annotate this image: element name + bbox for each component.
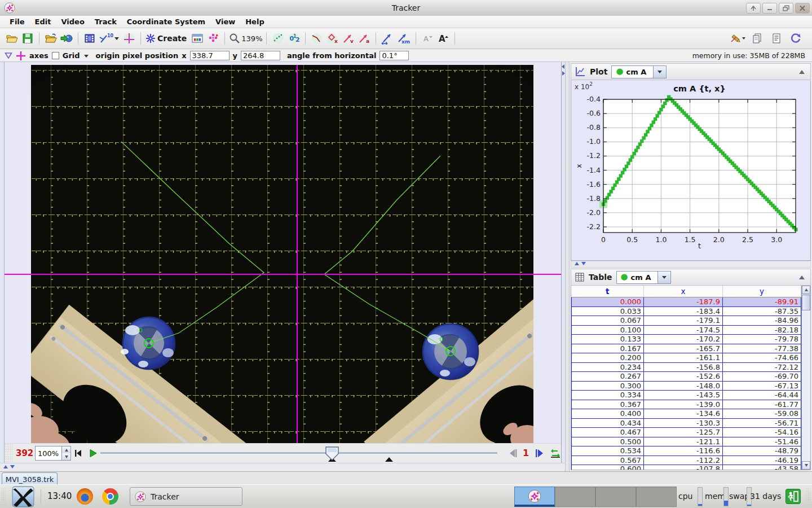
- center-of-mass-icon[interactable]: xm: [396, 31, 412, 46]
- data-point[interactable]: [611, 187, 615, 190]
- shade-button[interactable]: [746, 3, 761, 14]
- table-cell[interactable]: 0.500: [572, 437, 644, 446]
- restore-button[interactable]: [779, 3, 793, 14]
- labels-icon[interactable]: 012: [286, 31, 301, 46]
- open-icon[interactable]: [5, 31, 19, 46]
- table-cell[interactable]: -130.3: [644, 418, 723, 428]
- table-cell[interactable]: -59.08: [723, 409, 801, 419]
- table-cell[interactable]: -183.4: [644, 306, 723, 316]
- table-cell[interactable]: -69.70: [723, 372, 801, 382]
- table-cell[interactable]: -67.13: [723, 381, 801, 391]
- table-cell[interactable]: 0.033: [572, 306, 644, 316]
- table-cell[interactable]: -112.2: [644, 456, 723, 465]
- data-point[interactable]: [642, 136, 645, 139]
- column-header-y[interactable]: y: [723, 286, 801, 297]
- table-row[interactable]: 0.367-139.0-61.77: [572, 400, 801, 409]
- angle-input[interactable]: [379, 51, 409, 60]
- track-control-icon[interactable]: [190, 31, 205, 46]
- table-cell[interactable]: -143.5: [644, 391, 723, 400]
- calibration-tools-icon[interactable]: 10: [98, 31, 121, 46]
- data-point[interactable]: [663, 102, 667, 105]
- table-cell[interactable]: 0.234: [572, 362, 644, 372]
- path-icon[interactable]: [310, 31, 324, 46]
- import-data-icon[interactable]: [59, 31, 74, 46]
- table-row[interactable]: 0.500-121.1-51.46: [572, 437, 801, 446]
- velocity-icon[interactable]: v: [341, 31, 356, 46]
- workspace-4[interactable]: [636, 487, 677, 507]
- table-row[interactable]: 0.434-130.3-56.71: [572, 418, 801, 428]
- position-icon[interactable]: x: [325, 31, 340, 46]
- grid-checkbox[interactable]: [52, 52, 59, 59]
- table-cell[interactable]: -46.19: [723, 456, 801, 465]
- data-point[interactable]: [648, 127, 651, 130]
- table-cell[interactable]: -165.7: [644, 344, 723, 353]
- tab-mvi-3058[interactable]: MVI_3058.trk: [2, 472, 58, 485]
- table-cell[interactable]: -174.5: [644, 325, 723, 335]
- plot-track-dropdown-icon[interactable]: [653, 66, 666, 78]
- data-point[interactable]: [632, 152, 636, 155]
- clock[interactable]: 13:40: [47, 491, 72, 501]
- table-cell[interactable]: -179.1: [644, 316, 723, 326]
- taskbar-window-button[interactable]: Tracker: [130, 487, 242, 506]
- data-point[interactable]: [606, 196, 609, 199]
- origin-x-input[interactable]: [190, 51, 230, 60]
- table-cell[interactable]: -170.2: [644, 335, 723, 344]
- collapse-left-icon[interactable]: [562, 64, 564, 69]
- scroll-down-button[interactable]: [802, 461, 810, 470]
- font-bigger-button[interactable]: A: [436, 31, 451, 46]
- bottom-divider[interactable]: [0, 463, 565, 471]
- copy-image-icon[interactable]: [750, 31, 765, 46]
- table-row[interactable]: 0.000-187.9-89.91: [572, 297, 801, 307]
- logout-icon[interactable]: [785, 489, 801, 504]
- table-cell[interactable]: -51.46: [723, 437, 801, 446]
- data-point[interactable]: [626, 161, 630, 165]
- table-cell[interactable]: -82.18: [723, 325, 801, 335]
- table-row[interactable]: 0.133-170.2-79.78: [572, 335, 801, 344]
- table-cell[interactable]: -187.9: [644, 297, 723, 307]
- table-cell[interactable]: 0.434: [572, 418, 644, 428]
- table-cell[interactable]: -43.58: [723, 465, 801, 471]
- out-point-marker[interactable]: [385, 457, 393, 462]
- column-header-t[interactable]: t: [572, 286, 644, 297]
- data-point[interactable]: [661, 104, 665, 108]
- right-edge-strip[interactable]: [561, 62, 565, 463]
- acceleration-icon[interactable]: a: [357, 31, 372, 46]
- table-row[interactable]: 0.300-148.0-67.13: [572, 381, 801, 391]
- table-cell[interactable]: 0.100: [572, 325, 644, 335]
- menu-file[interactable]: File: [5, 17, 30, 26]
- table-cell[interactable]: -121.1: [644, 437, 723, 446]
- table-cell[interactable]: -139.0: [644, 400, 723, 409]
- table-cell[interactable]: -79.78: [723, 335, 801, 344]
- table-scrollbar[interactable]: [801, 286, 811, 470]
- table-cell[interactable]: 0.367: [572, 400, 644, 409]
- minimize-button[interactable]: [762, 3, 777, 14]
- table-cell[interactable]: 0.200: [572, 353, 644, 363]
- table-cell[interactable]: 0.567: [572, 456, 644, 465]
- data-point[interactable]: [650, 124, 653, 127]
- table-row[interactable]: 0.234-156.8-72.12: [572, 362, 801, 372]
- data-point[interactable]: [638, 142, 642, 146]
- step-back-button[interactable]: [508, 449, 518, 458]
- table-collapse-button[interactable]: [797, 272, 807, 282]
- table-row[interactable]: 0.200-161.1-74.66: [572, 353, 801, 363]
- data-point[interactable]: [657, 111, 661, 115]
- table-cell[interactable]: 0.133: [572, 335, 644, 344]
- table-cell[interactable]: -84.96: [723, 316, 801, 326]
- table-row[interactable]: 0.567-112.2-46.19: [572, 456, 801, 465]
- notes-icon[interactable]: [769, 31, 784, 46]
- table-row[interactable]: 0.167-165.7-77.38: [572, 344, 801, 353]
- axes-icon[interactable]: [16, 51, 26, 61]
- column-header-x[interactable]: x: [644, 286, 723, 297]
- table-cell[interactable]: -156.8: [644, 362, 723, 372]
- workspace-3[interactable]: [595, 487, 636, 507]
- table-cell[interactable]: -116.6: [644, 446, 723, 456]
- plot-area[interactable]: 00.51.01.52.02.53.0-0.4-0.6-0.8-1.0-1.2-…: [571, 80, 811, 261]
- autotracker-icon[interactable]: [206, 31, 220, 46]
- step-size[interactable]: 1: [523, 448, 529, 458]
- data-point[interactable]: [619, 174, 623, 177]
- data-point[interactable]: [640, 139, 643, 143]
- data-point[interactable]: [630, 155, 634, 159]
- scroll-up-button[interactable]: [802, 286, 810, 294]
- zoom-down-button[interactable]: [62, 453, 70, 460]
- expand-up-icon[interactable]: [3, 465, 8, 468]
